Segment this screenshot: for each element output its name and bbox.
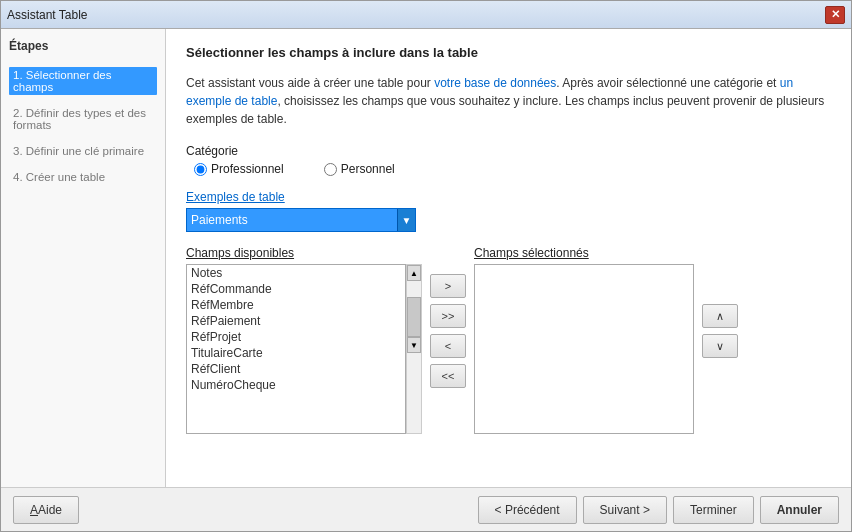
footer: AAide < Précédent Suivant > Terminer Ann… — [1, 487, 851, 531]
main-window: Assistant Table ✕ Étapes 1. Sélectionner… — [0, 0, 852, 532]
move-all-left-button[interactable]: << — [430, 364, 466, 388]
available-fields-scrollbar[interactable]: ▲ ▼ — [406, 264, 422, 434]
suivant-label: Suivant > — [600, 503, 650, 517]
scroll-up-button[interactable]: ▲ — [407, 265, 421, 281]
field-refprojet[interactable]: RéfProjet — [187, 329, 405, 345]
dropdown-arrow-icon[interactable]: ▼ — [397, 209, 415, 231]
aide-label: AAide — [30, 503, 62, 517]
content-area: Étapes 1. Sélectionner des champs 2. Déf… — [1, 29, 851, 487]
dropdown-selected-value: Paiements — [191, 213, 248, 227]
radio-personnel-input[interactable] — [324, 163, 337, 176]
field-refmembre[interactable]: RéfMembre — [187, 297, 405, 313]
aide-button[interactable]: AAide — [13, 496, 79, 524]
fields-area: Champs disponibles Notes RéfCommande Réf… — [186, 246, 831, 434]
move-all-right-button[interactable]: >> — [430, 304, 466, 328]
sidebar-step-4[interactable]: 4. Créer une table — [9, 169, 157, 185]
move-up-button[interactable]: ∧ — [702, 304, 738, 328]
examples-label: Exemples de table — [186, 190, 831, 204]
field-notes[interactable]: Notes — [187, 265, 405, 281]
footer-right: < Précédent Suivant > Terminer Annuler — [478, 496, 839, 524]
selected-fields-listbox[interactable] — [474, 264, 694, 434]
annuler-button[interactable]: Annuler — [760, 496, 839, 524]
main-panel: Sélectionner les champs à inclure dans l… — [166, 29, 851, 487]
terminer-label: Terminer — [690, 503, 737, 517]
description-text: Cet assistant vous aide à créer une tabl… — [186, 76, 824, 126]
main-title: Sélectionner les champs à inclure dans l… — [186, 45, 831, 60]
sidebar: Étapes 1. Sélectionner des champs 2. Déf… — [1, 29, 166, 487]
radio-professionnel-label: Professionnel — [211, 162, 284, 176]
footer-left: AAide — [13, 496, 79, 524]
available-fields-scroll-wrapper: Notes RéfCommande RéfMembre RéfPaiement … — [186, 264, 422, 434]
dropdown-container: Exemples de table Paiements ▼ — [186, 190, 831, 232]
move-one-left-button[interactable]: < — [430, 334, 466, 358]
description: Cet assistant vous aide à créer une tabl… — [186, 74, 831, 128]
selected-fields-label: Champs sélectionnés — [474, 246, 694, 260]
available-fields-column: Champs disponibles Notes RéfCommande Réf… — [186, 246, 422, 434]
precedent-label: < Précédent — [495, 503, 560, 517]
field-titulairecarte[interactable]: TitulaireCarte — [187, 345, 405, 361]
radio-personnel-label: Personnel — [341, 162, 395, 176]
annuler-label: Annuler — [777, 503, 822, 517]
radio-group: Professionnel Personnel — [194, 162, 831, 176]
table-dropdown[interactable]: Paiements ▼ — [186, 208, 416, 232]
title-bar: Assistant Table ✕ — [1, 1, 851, 29]
scroll-thumb[interactable] — [407, 297, 421, 337]
close-button[interactable]: ✕ — [825, 6, 845, 24]
sidebar-step-1[interactable]: 1. Sélectionner des champs — [9, 67, 157, 95]
field-refcommande[interactable]: RéfCommande — [187, 281, 405, 297]
window-title: Assistant Table — [7, 8, 88, 22]
available-fields-listbox[interactable]: Notes RéfCommande RéfMembre RéfPaiement … — [186, 264, 406, 434]
selected-fields-column: Champs sélectionnés — [474, 246, 694, 434]
field-numerocheque[interactable]: NuméroCheque — [187, 377, 405, 393]
radio-personnel[interactable]: Personnel — [324, 162, 395, 176]
move-one-right-button[interactable]: > — [430, 274, 466, 298]
move-down-button[interactable]: ∨ — [702, 334, 738, 358]
sidebar-step-3[interactable]: 3. Définir une clé primaire — [9, 143, 157, 159]
field-refclient[interactable]: RéfClient — [187, 361, 405, 377]
category-label: Catégorie — [186, 144, 831, 158]
sidebar-title: Étapes — [9, 39, 157, 53]
available-fields-label: Champs disponibles — [186, 246, 422, 260]
field-refpaiement[interactable]: RéfPaiement — [187, 313, 405, 329]
radio-professionnel-input[interactable] — [194, 163, 207, 176]
order-buttons: ∧ ∨ — [694, 246, 746, 416]
transfer-buttons: > >> < << — [422, 246, 474, 416]
terminer-button[interactable]: Terminer — [673, 496, 754, 524]
radio-professionnel[interactable]: Professionnel — [194, 162, 284, 176]
precedent-button[interactable]: < Précédent — [478, 496, 577, 524]
sidebar-step-2[interactable]: 2. Définir des types et des formats — [9, 105, 157, 133]
scroll-down-button[interactable]: ▼ — [407, 337, 421, 353]
suivant-button[interactable]: Suivant > — [583, 496, 667, 524]
